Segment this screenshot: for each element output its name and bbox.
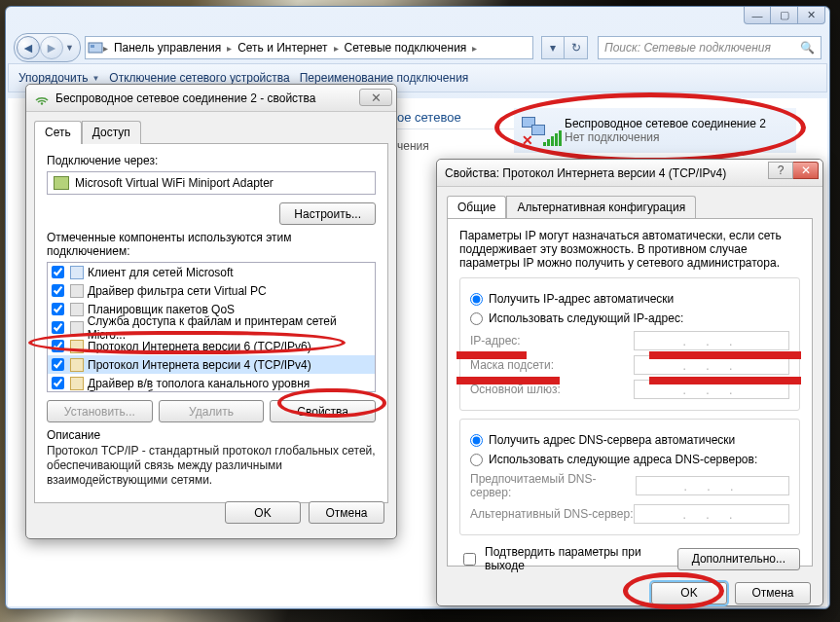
list-item[interactable]: Драйвер фильтра сети Virtual PC: [48, 281, 375, 300]
description-title: Описание: [47, 428, 376, 442]
adapter-field: Microsoft Virtual WiFi Miniport Adapter: [47, 171, 376, 195]
ok-button[interactable]: OK: [651, 582, 727, 604]
connection-fragment: чения: [397, 139, 429, 153]
breadcrumb[interactable]: ▸ Панель управления ▸ Сеть и Интернет ▸ …: [85, 36, 533, 59]
gateway-label: Основной шлюз:: [470, 383, 561, 396]
intro-text: Параметры IP могут назначаться автоматич…: [459, 229, 800, 270]
list-item-selected[interactable]: Протокол Интернета версии 4 (TCP/IPv4): [48, 355, 375, 374]
breadcrumb-segment[interactable]: Сеть и Интернет: [232, 37, 333, 58]
dns1-field[interactable]: . . .: [636, 476, 789, 495]
component-checkbox[interactable]: [52, 358, 64, 371]
subnet-label: Маска подсети:: [470, 358, 554, 372]
tab-body: Параметры IP могут назначаться автоматич…: [447, 218, 813, 567]
advanced-button[interactable]: Дополнительно...: [677, 548, 800, 570]
dns2-label: Альтернативный DNS-сервер:: [470, 507, 634, 521]
component-checkbox[interactable]: [52, 266, 64, 278]
components-label: Отмеченные компоненты используются этим …: [47, 231, 376, 258]
confirm-on-exit-row[interactable]: Подтвердить параметры при выходе: [459, 545, 672, 572]
properties-button[interactable]: Свойства: [270, 400, 376, 422]
rename-connection-button[interactable]: Переименование подключения: [300, 71, 469, 85]
wireless-connection-item[interactable]: ✕ Беспроводное сетевое соединение 2 Нет …: [514, 108, 796, 153]
search-placeholder: Поиск: Сетевые подключения: [604, 41, 771, 55]
tab-strip: Сеть Доступ: [26, 112, 396, 143]
connection-properties-dialog: Беспроводное сетевое соединение 2 - свой…: [25, 84, 397, 539]
error-x-icon: ✕: [522, 132, 533, 148]
close-button[interactable]: ✕: [793, 162, 819, 179]
ip-address-label: IP-адрес:: [470, 334, 521, 348]
explorer-titlebar: — ▢ ✕: [6, 7, 829, 32]
disable-device-button[interactable]: Отключение сетевого устройства: [109, 71, 289, 85]
ok-button[interactable]: OK: [225, 501, 301, 524]
protocol-icon: [70, 340, 84, 353]
component-checkbox[interactable]: [52, 284, 64, 297]
tab-general[interactable]: Общие: [447, 196, 506, 219]
dns1-label: Предпочитаемый DNS-сервер:: [470, 472, 636, 499]
cancel-button[interactable]: Отмена: [735, 582, 811, 604]
breadcrumb-dropdown[interactable]: ▾: [541, 36, 565, 59]
help-button[interactable]: ?: [768, 162, 793, 179]
annotation-strike: [649, 351, 801, 359]
annotation-strike: [457, 377, 560, 384]
protocol-icon: [70, 377, 84, 390]
list-item[interactable]: Служба доступа к файлам и принтерам сете…: [48, 318, 375, 337]
client-icon: [70, 266, 84, 279]
component-checkbox[interactable]: [52, 377, 64, 389]
radio-auto-ip[interactable]: [470, 293, 483, 306]
confirm-checkbox[interactable]: [463, 553, 476, 566]
service-icon: [70, 303, 84, 316]
service-icon: [70, 321, 84, 335]
uninstall-button[interactable]: Удалить: [159, 400, 265, 422]
refresh-button[interactable]: ↻: [565, 36, 588, 59]
ip-address-field[interactable]: . . .: [634, 331, 789, 350]
dialog-titlebar[interactable]: Беспроводное сетевое соединение 2 - свой…: [26, 85, 396, 112]
signal-bars-icon: [543, 130, 562, 146]
description-text: Протокол TCP/IP - стандартный протокол г…: [47, 444, 376, 488]
minimize-button[interactable]: —: [744, 7, 771, 24]
network-icon: ✕: [522, 115, 557, 146]
radio-auto-dns[interactable]: [470, 434, 483, 447]
organize-button[interactable]: Упорядочить▼: [18, 71, 99, 85]
adapter-name: Microsoft Virtual WiFi Miniport Adapter: [75, 176, 274, 190]
cancel-button[interactable]: Отмена: [309, 501, 384, 524]
component-checkbox[interactable]: [52, 321, 64, 334]
dialog-titlebar[interactable]: Свойства: Протокол Интернета версии 4 (T…: [437, 160, 822, 187]
radio-manual-dns[interactable]: [470, 454, 483, 466]
tab-access[interactable]: Доступ: [82, 121, 141, 144]
tab-network[interactable]: Сеть: [34, 121, 82, 144]
dialog-title: Беспроводное сетевое соединение 2 - свой…: [55, 91, 316, 105]
forward-button[interactable]: ►: [40, 36, 63, 59]
service-icon: [70, 284, 84, 298]
component-checkbox[interactable]: [52, 340, 64, 352]
breadcrumb-segment[interactable]: Панель управления: [108, 37, 227, 58]
wireless-icon: [34, 91, 50, 106]
search-icon: 🔍: [800, 41, 815, 55]
component-checkbox[interactable]: [52, 303, 64, 315]
connection-status: Нет подключения: [565, 130, 766, 144]
install-button[interactable]: Установить...: [47, 400, 153, 422]
close-button[interactable]: ✕: [359, 89, 392, 106]
components-list[interactable]: Клиент для сетей Microsoft Драйвер фильт…: [47, 262, 376, 392]
back-button[interactable]: ◄: [17, 36, 40, 59]
tab-alt-config[interactable]: Альтернативная конфигурация: [506, 196, 696, 219]
nav-arrows: ◄ ► ▼: [14, 33, 81, 62]
tab-body: Подключение через: Microsoft Virtual WiF…: [34, 143, 388, 503]
close-button[interactable]: ✕: [798, 7, 825, 24]
nav-row: ◄ ► ▼ ▸ Панель управления ▸ Сеть и Интер…: [14, 32, 822, 63]
dns2-field[interactable]: . . .: [634, 504, 789, 524]
breadcrumb-segment[interactable]: Сетевые подключения: [339, 37, 473, 58]
adapter-icon: [54, 176, 69, 190]
connect-via-label: Подключение через:: [47, 154, 376, 167]
configure-button[interactable]: Настроить...: [279, 202, 376, 225]
annotation-strike: [649, 377, 801, 384]
svg-point-2: [41, 102, 43, 104]
protocol-icon: [70, 358, 84, 372]
control-panel-icon: [88, 40, 103, 55]
radio-manual-ip[interactable]: [470, 312, 483, 325]
dialog-title: Свойства: Протокол Интернета версии 4 (T…: [445, 166, 726, 180]
ipv4-properties-dialog: Свойства: Протокол Интернета версии 4 (T…: [436, 159, 823, 606]
svg-rect-1: [91, 45, 94, 48]
search-input[interactable]: Поиск: Сетевые подключения 🔍: [598, 36, 822, 59]
list-item[interactable]: Клиент для сетей Microsoft: [48, 263, 375, 281]
nav-history-dropdown[interactable]: ▼: [65, 43, 74, 53]
maximize-button[interactable]: ▢: [771, 7, 798, 24]
